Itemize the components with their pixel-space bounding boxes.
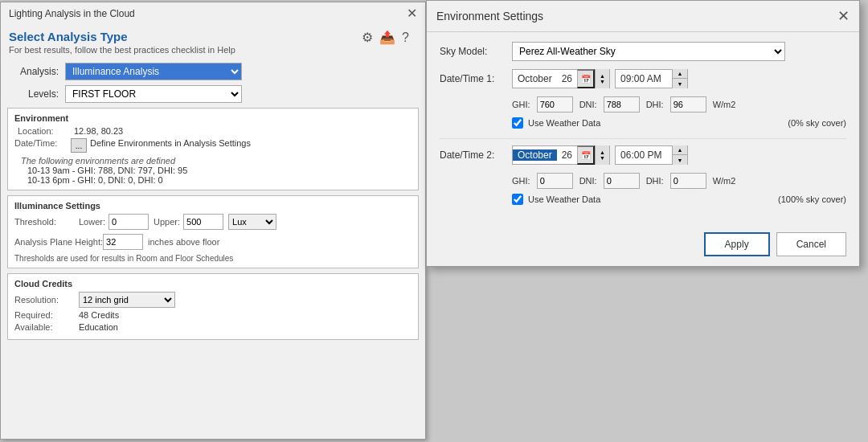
unit-select[interactable]: Lux xyxy=(228,214,276,230)
levels-select[interactable]: FIRST FLOOR xyxy=(65,85,242,103)
solar1-ghi-input[interactable] xyxy=(537,96,573,113)
date1-arrows[interactable]: ▲ ▼ xyxy=(595,69,609,88)
time1-value: 09:00 AM xyxy=(616,73,672,84)
sky-model-select[interactable]: Perez All-Weather Sky xyxy=(512,42,785,61)
plane-height-unit: inches above floor xyxy=(148,237,219,247)
apply-button[interactable]: Apply xyxy=(704,232,770,256)
date2-arrows[interactable]: ▲ ▼ xyxy=(595,145,609,165)
time1-arrows: ▲ ▼ xyxy=(672,69,687,88)
section-divider xyxy=(440,138,846,139)
location-label: Location: xyxy=(18,126,74,136)
env-item-1: 10-13 9am - GHI: 788, DNI: 797, DHI: 95 xyxy=(14,166,411,175)
define-env-button[interactable]: ... xyxy=(71,138,87,153)
select-analysis-title: Select Analysis Type xyxy=(9,30,235,43)
location-value: 12.98, 80.23 xyxy=(74,126,123,136)
solar2-unit: W/m2 xyxy=(713,176,736,186)
solar-data2-section: GHI: DNI: DHI: W/m2 Use Weather Data (10… xyxy=(440,173,846,205)
settings-icon-button[interactable]: ⚙ xyxy=(362,30,373,45)
weather2-row: Use Weather Data (100% sky cover) xyxy=(440,194,846,205)
plane-height-label: Analysis Plane Height: xyxy=(14,237,103,247)
select-analysis-subtitle: For best results, follow the best practi… xyxy=(9,45,235,55)
solar2-dni-label: DNI: xyxy=(579,176,597,186)
plane-height-row: Analysis Plane Height: inches above floo… xyxy=(14,234,411,250)
solar2-ghi-input[interactable] xyxy=(537,173,573,189)
env-note: The following environments are defined xyxy=(14,156,411,166)
main-dialog-close-button[interactable]: ✕ xyxy=(407,7,417,20)
date2-input-group: October 26 📅 ▲ ▼ xyxy=(512,145,610,165)
export-icon-button[interactable]: 📤 xyxy=(379,30,395,45)
available-row: Available: Education xyxy=(14,322,411,332)
illuminance-note: Thresholds are used for results in Room … xyxy=(14,254,411,263)
solar2-dni-input[interactable] xyxy=(604,173,640,189)
datetime1-row: Date/Time 1: October 26 📅 ▲ ▼ 09:00 AM ▲… xyxy=(440,69,846,88)
time2-down-button[interactable]: ▼ xyxy=(673,155,687,165)
cancel-button[interactable]: Cancel xyxy=(776,232,846,256)
time2-arrows: ▲ ▼ xyxy=(672,145,687,165)
select-analysis-header: Select Analysis Type For best results, f… xyxy=(1,23,425,63)
datetime2-row: Date/Time 2: October 26 📅 ▲ ▼ 06:00 PM ▲… xyxy=(440,145,846,165)
resolution-select[interactable]: 12 inch grid xyxy=(79,292,175,308)
env-dialog-title: Environment Settings xyxy=(436,10,543,23)
available-label: Available: xyxy=(14,322,79,332)
datetime1-container: October 26 📅 ▲ ▼ 09:00 AM ▲ ▼ xyxy=(512,69,688,88)
solar1-unit: W/m2 xyxy=(713,100,736,109)
solar2-dhi-input[interactable] xyxy=(670,173,706,189)
main-dialog: Lighting Analysis in the Cloud ✕ Select … xyxy=(0,2,426,440)
time1-up-button[interactable]: ▲ xyxy=(673,69,687,79)
date2-calendar-button[interactable]: 📅 xyxy=(577,145,595,165)
help-icon-button[interactable]: ? xyxy=(402,31,409,45)
levels-form-row: Levels: FIRST FLOOR xyxy=(1,85,425,103)
threshold-label: Threshold: xyxy=(14,217,79,227)
date1-day: 26 xyxy=(557,73,577,84)
threshold-row: Threshold: Lower: Upper: Lux xyxy=(14,214,411,230)
solar2-dhi-label: DHI: xyxy=(646,176,664,186)
solar1-dhi-input[interactable] xyxy=(670,96,706,113)
main-dialog-header: Lighting Analysis in the Cloud ✕ xyxy=(1,2,425,23)
solar2-ghi-label: GHI: xyxy=(512,176,530,186)
date1-month: October xyxy=(513,73,557,84)
environment-section: Environment Location: 12.98, 80.23 Date/… xyxy=(7,108,419,190)
time2-up-button[interactable]: ▲ xyxy=(673,145,687,155)
illuminance-title: Illuminance Settings xyxy=(14,201,411,211)
upper-input[interactable] xyxy=(183,214,223,230)
time1-input-group: 09:00 AM ▲ ▼ xyxy=(615,69,688,88)
date1-calendar-button[interactable]: 📅 xyxy=(577,69,595,88)
solar1-ghi-label: GHI: xyxy=(512,100,530,109)
solar1-dni-label: DNI: xyxy=(579,100,597,109)
lower-label: Lower: xyxy=(79,217,105,227)
plane-height-input[interactable] xyxy=(103,234,143,250)
time2-value: 06:00 PM xyxy=(616,149,672,161)
time1-down-button[interactable]: ▼ xyxy=(673,79,687,88)
cloud-credits-title: Cloud Credits xyxy=(14,279,411,289)
weather1-checkbox[interactable] xyxy=(512,117,523,129)
datetime2-label: Date/Time 2: xyxy=(440,149,512,161)
sky-cover1: (0% sky cover) xyxy=(788,118,846,128)
env-item-2: 10-13 6pm - GHI: 0, DNI: 0, DHI: 0 xyxy=(14,175,411,185)
solar-data1-section: GHI: DNI: DHI: W/m2 Use Weather Data (0%… xyxy=(440,96,846,129)
location-row: Location: 12.98, 80.23 xyxy=(14,126,411,136)
solar1-dni-input[interactable] xyxy=(604,96,640,113)
env-settings-dialog: Environment Settings ✕ Sky Model: Perez … xyxy=(426,0,860,267)
resolution-row: Resolution: 12 inch grid xyxy=(14,292,411,308)
main-dialog-title: Lighting Analysis in the Cloud xyxy=(9,8,135,19)
required-label: Required: xyxy=(14,310,79,320)
resolution-label: Resolution: xyxy=(14,295,79,305)
define-env-text: Define Environments in Analysis Settings xyxy=(90,138,251,148)
env-dialog-close-button[interactable]: ✕ xyxy=(837,7,850,25)
solar1-dhi-label: DHI: xyxy=(646,100,664,109)
env-dialog-buttons: Apply Cancel xyxy=(427,224,859,266)
date2-day: 26 xyxy=(557,149,577,161)
upper-label: Upper: xyxy=(154,217,180,227)
levels-label: Levels: xyxy=(9,88,65,100)
required-value: 48 Credits xyxy=(79,310,119,320)
available-value: Education xyxy=(79,322,118,332)
date2-month: October xyxy=(513,149,557,161)
environment-section-title: Environment xyxy=(14,113,411,123)
weather2-checkbox[interactable] xyxy=(512,194,523,205)
lower-input[interactable] xyxy=(108,214,149,230)
datetime-row: Date/Time: ... Define Environments in An… xyxy=(14,138,411,153)
analysis-select[interactable]: Illuminance Analysis xyxy=(65,63,242,80)
date1-input-group: October 26 📅 ▲ ▼ xyxy=(512,69,610,88)
time2-input-group: 06:00 PM ▲ ▼ xyxy=(615,145,688,165)
datetime2-container: October 26 📅 ▲ ▼ 06:00 PM ▲ ▼ xyxy=(512,145,688,165)
